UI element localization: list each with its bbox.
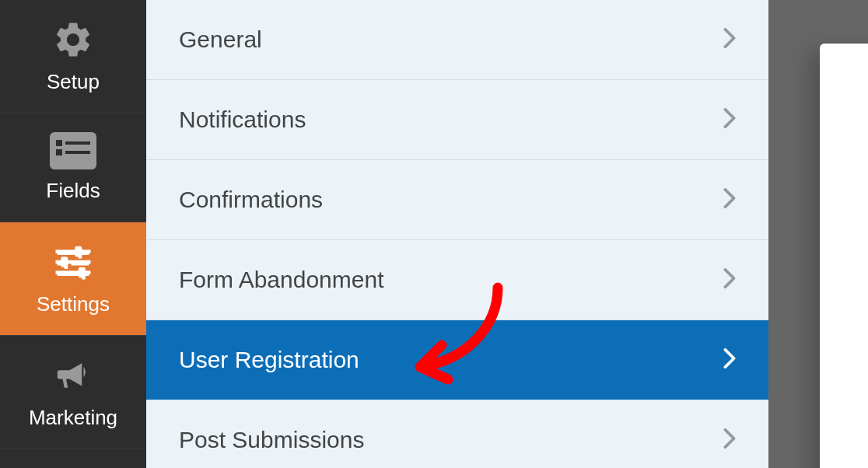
sidebar-item-label: Setup bbox=[47, 70, 100, 94]
settings-item-label: Notifications bbox=[179, 107, 306, 133]
settings-item-form-abandonment[interactable]: Form Abandonment bbox=[146, 240, 768, 320]
svg-rect-8 bbox=[75, 246, 82, 257]
settings-item-label: Post Submissions bbox=[179, 427, 364, 453]
right-background bbox=[768, 0, 868, 468]
settings-item-notifications[interactable]: Notifications bbox=[146, 80, 768, 160]
sliders-icon bbox=[52, 241, 94, 283]
sidebar-item-fields[interactable]: Fields bbox=[0, 114, 146, 222]
settings-item-label: Form Abandonment bbox=[179, 267, 383, 293]
sidebar: Setup Fields Settings Marketing bbox=[0, 0, 146, 468]
sidebar-item-label: Marketing bbox=[29, 406, 117, 430]
svg-rect-7 bbox=[56, 250, 91, 253]
sidebar-item-label: Fields bbox=[46, 179, 100, 203]
megaphone-icon bbox=[52, 354, 94, 396]
settings-item-general[interactable]: General bbox=[146, 0, 768, 80]
chevron-right-icon bbox=[723, 348, 736, 372]
sidebar-item-label: Settings bbox=[37, 292, 110, 316]
settings-item-label: Confirmations bbox=[179, 187, 323, 213]
settings-item-post-submissions[interactable]: Post Submissions bbox=[146, 400, 768, 468]
svg-rect-3 bbox=[56, 149, 62, 155]
chevron-right-icon bbox=[723, 428, 736, 452]
settings-item-confirmations[interactable]: Confirmations bbox=[146, 160, 768, 240]
settings-item-label: User Registration bbox=[179, 347, 359, 373]
settings-item-user-registration[interactable]: User Registration bbox=[146, 320, 768, 400]
gear-icon bbox=[52, 19, 94, 61]
settings-item-label: General bbox=[179, 26, 262, 53]
svg-rect-2 bbox=[65, 141, 90, 145]
sidebar-item-settings[interactable]: Settings bbox=[0, 222, 146, 336]
chevron-right-icon bbox=[723, 28, 736, 51]
chevron-right-icon bbox=[723, 188, 736, 211]
svg-rect-4 bbox=[65, 151, 90, 154]
sidebar-item-marketing[interactable]: Marketing bbox=[0, 336, 146, 449]
svg-rect-12 bbox=[79, 267, 86, 278]
sidebar-item-setup[interactable]: Setup bbox=[0, 0, 146, 114]
svg-rect-10 bbox=[61, 257, 68, 267]
right-panel-card bbox=[820, 44, 868, 468]
svg-rect-1 bbox=[56, 140, 62, 146]
settings-panel: General Notifications Confirmations Form… bbox=[146, 0, 768, 468]
chevron-right-icon bbox=[723, 268, 736, 292]
list-icon bbox=[50, 132, 96, 169]
chevron-right-icon bbox=[723, 108, 736, 131]
